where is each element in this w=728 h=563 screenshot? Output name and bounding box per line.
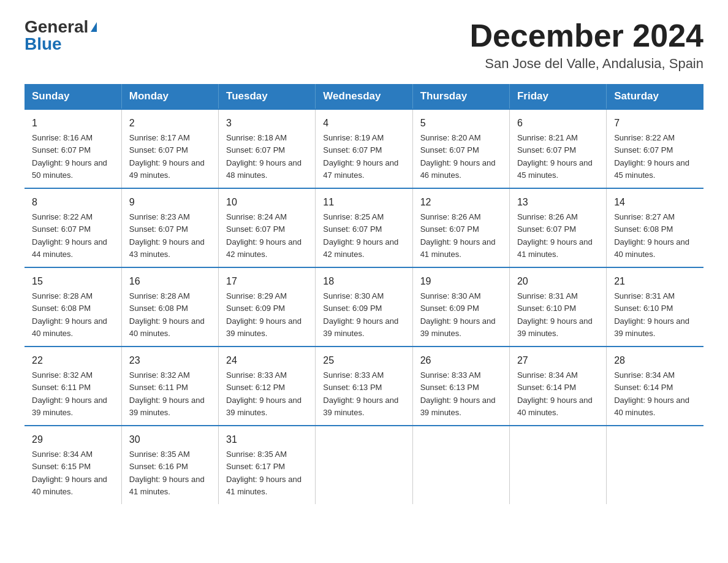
calendar-cell: 25 Sunrise: 8:33 AMSunset: 6:13 PMDaylig… [316, 347, 412, 426]
day-info: Sunrise: 8:35 AMSunset: 6:16 PMDaylight:… [129, 450, 205, 496]
calendar-cell: 2 Sunrise: 8:17 AMSunset: 6:07 PMDayligh… [121, 109, 218, 188]
location-title: San Jose del Valle, Andalusia, Spain [469, 56, 703, 72]
day-info: Sunrise: 8:28 AMSunset: 6:08 PMDaylight:… [129, 291, 205, 338]
day-number: 22 [32, 353, 114, 368]
col-header-friday: Friday [509, 84, 606, 109]
col-header-tuesday: Tuesday [219, 84, 316, 109]
day-number: 25 [323, 353, 404, 368]
calendar-cell: 16 Sunrise: 8:28 AMSunset: 6:08 PMDaylig… [121, 267, 218, 347]
day-number: 2 [129, 116, 211, 131]
calendar-cell: 26 Sunrise: 8:33 AMSunset: 6:13 PMDaylig… [412, 347, 509, 426]
day-info: Sunrise: 8:19 AMSunset: 6:07 PMDaylight:… [323, 133, 398, 180]
col-header-wednesday: Wednesday [316, 84, 412, 109]
logo-blue-text: Blue [25, 36, 62, 53]
day-info: Sunrise: 8:25 AMSunset: 6:07 PMDaylight:… [323, 212, 398, 259]
calendar-cell: 15 Sunrise: 8:28 AMSunset: 6:08 PMDaylig… [25, 267, 121, 347]
day-info: Sunrise: 8:24 AMSunset: 6:07 PMDaylight:… [226, 212, 301, 259]
day-number: 21 [614, 274, 696, 289]
day-info: Sunrise: 8:17 AMSunset: 6:07 PMDaylight:… [129, 133, 205, 180]
day-number: 18 [323, 274, 404, 289]
day-info: Sunrise: 8:26 AMSunset: 6:07 PMDaylight:… [420, 212, 496, 259]
calendar-cell: 3 Sunrise: 8:18 AMSunset: 6:07 PMDayligh… [219, 109, 316, 188]
day-info: Sunrise: 8:33 AMSunset: 6:13 PMDaylight:… [420, 370, 496, 417]
calendar-cell: 28 Sunrise: 8:34 AMSunset: 6:14 PMDaylig… [607, 347, 703, 426]
calendar-cell: 13 Sunrise: 8:26 AMSunset: 6:07 PMDaylig… [509, 188, 606, 267]
col-header-saturday: Saturday [607, 84, 703, 109]
calendar-cell: 30 Sunrise: 8:35 AMSunset: 6:16 PMDaylig… [121, 426, 218, 504]
day-info: Sunrise: 8:18 AMSunset: 6:07 PMDaylight:… [226, 133, 301, 180]
day-number: 3 [226, 116, 308, 131]
day-info: Sunrise: 8:23 AMSunset: 6:07 PMDaylight:… [129, 212, 205, 259]
day-number: 10 [226, 195, 308, 210]
calendar-cell: 29 Sunrise: 8:34 AMSunset: 6:15 PMDaylig… [25, 426, 121, 504]
day-number: 24 [226, 353, 308, 368]
calendar-cell: 27 Sunrise: 8:34 AMSunset: 6:14 PMDaylig… [509, 347, 606, 426]
logo-general-text: General [25, 18, 88, 36]
calendar-cell: 5 Sunrise: 8:20 AMSunset: 6:07 PMDayligh… [412, 109, 509, 188]
calendar-cell: 6 Sunrise: 8:21 AMSunset: 6:07 PMDayligh… [509, 109, 606, 188]
day-info: Sunrise: 8:28 AMSunset: 6:08 PMDaylight:… [32, 291, 107, 338]
month-title: December 2024 [469, 18, 703, 53]
calendar-cell [316, 426, 412, 504]
day-info: Sunrise: 8:26 AMSunset: 6:07 PMDaylight:… [517, 212, 593, 259]
day-number: 16 [129, 274, 211, 289]
calendar-cell: 17 Sunrise: 8:29 AMSunset: 6:09 PMDaylig… [219, 267, 316, 347]
logo-triangle-icon [91, 22, 97, 32]
day-number: 28 [614, 353, 696, 368]
day-number: 15 [32, 274, 114, 289]
day-number: 29 [32, 432, 114, 447]
calendar-cell: 19 Sunrise: 8:30 AMSunset: 6:09 PMDaylig… [412, 267, 509, 347]
day-number: 31 [226, 432, 308, 447]
day-number: 9 [129, 195, 211, 210]
calendar-cell: 12 Sunrise: 8:26 AMSunset: 6:07 PMDaylig… [412, 188, 509, 267]
day-number: 5 [420, 116, 502, 131]
calendar-cell: 18 Sunrise: 8:30 AMSunset: 6:09 PMDaylig… [316, 267, 412, 347]
calendar-cell: 14 Sunrise: 8:27 AMSunset: 6:08 PMDaylig… [607, 188, 703, 267]
calendar-cell: 20 Sunrise: 8:31 AMSunset: 6:10 PMDaylig… [509, 267, 606, 347]
day-number: 11 [323, 195, 404, 210]
day-info: Sunrise: 8:34 AMSunset: 6:14 PMDaylight:… [517, 370, 593, 417]
calendar-table: SundayMondayTuesdayWednesdayThursdayFrid… [25, 84, 703, 504]
calendar-cell: 10 Sunrise: 8:24 AMSunset: 6:07 PMDaylig… [219, 188, 316, 267]
day-number: 19 [420, 274, 502, 289]
day-info: Sunrise: 8:35 AMSunset: 6:17 PMDaylight:… [226, 450, 301, 496]
day-number: 20 [517, 274, 599, 289]
day-number: 12 [420, 195, 502, 210]
day-number: 26 [420, 353, 502, 368]
title-area: December 2024 San Jose del Valle, Andalu… [469, 18, 703, 72]
col-header-sunday: Sunday [25, 84, 121, 109]
day-info: Sunrise: 8:27 AMSunset: 6:08 PMDaylight:… [614, 212, 689, 259]
day-info: Sunrise: 8:30 AMSunset: 6:09 PMDaylight:… [323, 291, 398, 338]
day-info: Sunrise: 8:32 AMSunset: 6:11 PMDaylight:… [32, 370, 107, 417]
day-info: Sunrise: 8:31 AMSunset: 6:10 PMDaylight:… [614, 291, 689, 338]
col-header-monday: Monday [121, 84, 218, 109]
calendar-cell: 11 Sunrise: 8:25 AMSunset: 6:07 PMDaylig… [316, 188, 412, 267]
day-info: Sunrise: 8:22 AMSunset: 6:07 PMDaylight:… [32, 212, 107, 259]
calendar-week-row: 1 Sunrise: 8:16 AMSunset: 6:07 PMDayligh… [25, 109, 703, 188]
day-info: Sunrise: 8:29 AMSunset: 6:09 PMDaylight:… [226, 291, 301, 338]
logo: General Blue [25, 18, 97, 53]
day-info: Sunrise: 8:34 AMSunset: 6:14 PMDaylight:… [614, 370, 689, 417]
calendar-week-row: 22 Sunrise: 8:32 AMSunset: 6:11 PMDaylig… [25, 347, 703, 426]
day-info: Sunrise: 8:34 AMSunset: 6:15 PMDaylight:… [32, 450, 107, 496]
calendar-cell [509, 426, 606, 504]
day-number: 17 [226, 274, 308, 289]
day-info: Sunrise: 8:31 AMSunset: 6:10 PMDaylight:… [517, 291, 593, 338]
day-number: 8 [32, 195, 114, 210]
day-info: Sunrise: 8:21 AMSunset: 6:07 PMDaylight:… [517, 133, 593, 180]
day-info: Sunrise: 8:20 AMSunset: 6:07 PMDaylight:… [420, 133, 496, 180]
calendar-cell [607, 426, 703, 504]
page-header: General Blue December 2024 San Jose del … [25, 18, 703, 72]
calendar-week-row: 29 Sunrise: 8:34 AMSunset: 6:15 PMDaylig… [25, 426, 703, 504]
calendar-cell [412, 426, 509, 504]
day-number: 4 [323, 116, 404, 131]
day-info: Sunrise: 8:22 AMSunset: 6:07 PMDaylight:… [614, 133, 689, 180]
calendar-cell: 24 Sunrise: 8:33 AMSunset: 6:12 PMDaylig… [219, 347, 316, 426]
day-number: 13 [517, 195, 599, 210]
day-number: 1 [32, 116, 114, 131]
calendar-cell: 4 Sunrise: 8:19 AMSunset: 6:07 PMDayligh… [316, 109, 412, 188]
calendar-cell: 31 Sunrise: 8:35 AMSunset: 6:17 PMDaylig… [219, 426, 316, 504]
calendar-cell: 22 Sunrise: 8:32 AMSunset: 6:11 PMDaylig… [25, 347, 121, 426]
day-info: Sunrise: 8:16 AMSunset: 6:07 PMDaylight:… [32, 133, 107, 180]
day-number: 27 [517, 353, 599, 368]
